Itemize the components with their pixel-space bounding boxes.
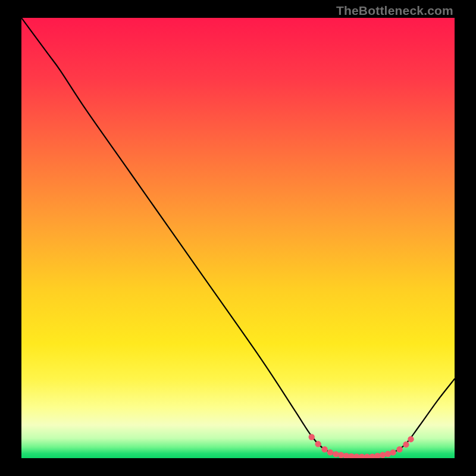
curve-marker bbox=[315, 441, 321, 447]
curve-marker bbox=[309, 434, 315, 440]
curve-marker bbox=[353, 453, 359, 458]
curve-marker bbox=[338, 452, 344, 458]
curve-layer bbox=[21, 18, 455, 458]
watermark-text: TheBottleneck.com bbox=[336, 4, 453, 18]
curve-marker bbox=[359, 454, 365, 458]
curve-marker bbox=[408, 436, 414, 442]
curve-marker bbox=[390, 449, 396, 455]
curve-marker bbox=[380, 452, 386, 458]
curve-marker bbox=[396, 446, 402, 452]
bottleneck-curve bbox=[21, 18, 455, 457]
curve-marker bbox=[349, 453, 355, 458]
curve-marker bbox=[333, 451, 339, 457]
curve-marker bbox=[321, 446, 327, 452]
curve-marker bbox=[343, 453, 349, 458]
curve-marker bbox=[364, 454, 370, 458]
plot-area bbox=[21, 18, 455, 458]
marker-group bbox=[309, 434, 414, 458]
chart-stage: TheBottleneck.com bbox=[0, 0, 476, 476]
curve-marker bbox=[403, 441, 409, 447]
curve-marker bbox=[327, 449, 333, 455]
